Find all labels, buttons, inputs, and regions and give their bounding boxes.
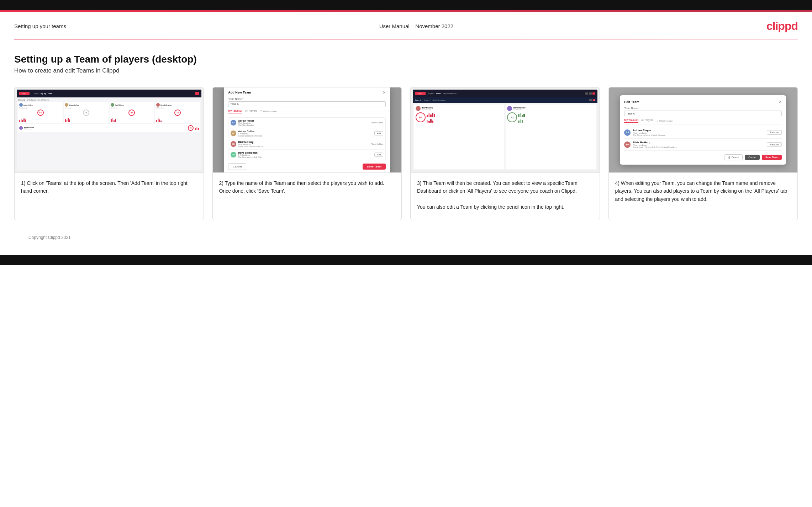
modal-title: Add New Team (228, 91, 251, 94)
card-1: clippd Home My My Teams + Showing 4 of 4… (14, 87, 204, 220)
card-4: Edit Team ✕ Team Name * Team A My Team (… (608, 87, 798, 220)
card-2: Add New Team ✕ Team Name * Team A My Tea… (212, 87, 402, 220)
player-name-1: Adrian Player (238, 119, 369, 122)
player-row-4: DB Dave Billingham 3.5 HandicapThe Ding … (228, 150, 385, 160)
bottom-black-bar (0, 255, 812, 265)
tab-all-players[interactable]: All Players (245, 110, 257, 113)
cancel-button[interactable]: Cancel (228, 163, 246, 170)
edit-team-name-label: Team Name * (624, 107, 782, 110)
player-row-2: AC Adrian Coliba 1 HandicapCentral Londo… (228, 128, 385, 139)
player-club-3: Plus HandicapRoyal North Devon Golf Club (238, 143, 369, 148)
edit-player-info-1: Adrian Player Plus HandicapThe Shire Lon… (633, 129, 765, 136)
card-3: clippd Players Teams My Performance Team… (410, 87, 600, 220)
edit-player-name-1: Adrian Player (633, 129, 765, 132)
cards-grid: clippd Home My My Teams + Showing 4 of 4… (14, 87, 798, 220)
player-info-1: Adrian Player Plus HandicapThe Shire Lon… (238, 119, 369, 126)
player-name-4: Dave Billingham (238, 151, 373, 154)
edit-player-avatar-2: BM (624, 142, 631, 148)
edit-filter-checkbox[interactable] (656, 120, 658, 122)
top-black-bar (0, 0, 812, 10)
card-4-body: 4) When editing your Team, you can chang… (609, 173, 798, 220)
screenshot-2: Add New Team ✕ Team Name * Team A My Tea… (213, 87, 402, 173)
edit-save-team-button[interactable]: Save Team (762, 155, 782, 160)
edit-modal-actions: 🗑 Delete Cancel Save Team (624, 154, 782, 160)
edit-player-name-2: Blair McHarg (633, 141, 765, 144)
header-manual-title: User Manual – November 2022 (379, 23, 453, 29)
team-name-label: Team Name * (228, 98, 386, 100)
edit-modal-title: Edit Team (624, 100, 639, 104)
card-1-body: 1) Click on 'Teams' at the top of the sc… (15, 173, 204, 220)
header: Setting up your teams User Manual – Nove… (0, 12, 812, 39)
screenshot-4: Edit Team ✕ Team Name * Team A My Team (… (609, 87, 798, 173)
card-2-body: 2) Type the name of this Team and then s… (213, 173, 402, 220)
edit-filter-by-name: Filter by name (656, 119, 673, 123)
edit-player-club-2: Plus HandicapRoyal North Devon Golf Club… (633, 144, 765, 148)
save-team-button[interactable]: Save Team (363, 164, 386, 170)
card-2-description: 2) Type the name of this Team and then s… (219, 179, 395, 195)
player-name-2: Adrian Coliba (238, 130, 373, 133)
edit-player-row-2: BM Blair McHarg Plus HandicapRoyal North… (624, 139, 782, 151)
modal-actions: Cancel Save Team (228, 163, 386, 170)
add-team-modal: Add New Team ✕ Team Name * Team A My Tea… (224, 87, 390, 173)
footer: Copyright Clippd 2021 (14, 231, 798, 244)
edit-tab-all-players[interactable]: All Players (641, 119, 653, 123)
screenshot-1: clippd Home My My Teams + Showing 4 of 4… (15, 87, 204, 173)
card-3-body: 3) This Team will then be created. You c… (411, 173, 600, 220)
player-info-2: Adrian Coliba 1 HandicapCentral London G… (238, 130, 373, 137)
edit-player-avatar-1: AP (624, 129, 631, 136)
edit-team-name-input[interactable]: Team A (624, 111, 782, 116)
clippd-logo: clippd (766, 20, 798, 32)
player-avatar-1: AP (231, 120, 236, 126)
filter-by-name: Filter by name (260, 110, 276, 113)
player-add-btn-2[interactable]: Add (374, 131, 383, 135)
edit-modal-tabs: My Team (2) All Players Filter by name (624, 119, 782, 124)
header-section-label: Setting up your teams (14, 23, 66, 29)
delete-team-button[interactable]: 🗑 Delete (724, 154, 743, 160)
edit-tab-my-team[interactable]: My Team (2) (624, 119, 638, 123)
player-avatar-3: BM (231, 141, 236, 147)
copyright-text: Copyright Clippd 2021 (28, 235, 71, 240)
ss1-topbar: clippd Home My My Teams + (17, 90, 201, 97)
edit-player-list: AP Adrian Player Plus HandicapThe Shire … (624, 127, 782, 151)
team-name-input[interactable]: Team A (228, 101, 386, 107)
filter-checkbox[interactable] (260, 110, 262, 112)
player-add-btn-4[interactable]: Add (374, 153, 383, 157)
tab-my-team[interactable]: My Team (2) (228, 110, 242, 113)
player-avatar-4: DB (231, 152, 236, 158)
player-list: AP Adrian Player Plus HandicapThe Shire … (228, 117, 386, 160)
remove-player-1-button[interactable]: Remove (767, 130, 782, 135)
card-1-description: 1) Click on 'Teams' at the top of the sc… (21, 179, 197, 195)
edit-player-info-2: Blair McHarg Plus HandicapRoyal North De… (633, 141, 765, 148)
edit-modal-close-icon[interactable]: ✕ (779, 100, 782, 104)
player-club-1: Plus HandicapThe Shire London (238, 122, 369, 126)
edit-player-row-1: AP Adrian Player Plus HandicapThe Shire … (624, 127, 782, 139)
player-status-1: Player Added (370, 122, 383, 124)
player-name-3: Blair McHarg (238, 141, 369, 143)
player-club-2: 1 HandicapCentral London Golf Centre (238, 133, 373, 137)
edit-cancel-button[interactable]: Cancel (745, 155, 760, 160)
trash-icon: 🗑 (728, 156, 731, 159)
header-logo-area: clippd (766, 20, 798, 33)
player-info-3: Blair McHarg Plus HandicapRoyal North De… (238, 141, 369, 148)
modal-tabs: My Team (2) All Players Filter by name (228, 110, 386, 115)
player-row-1: AP Adrian Player Plus HandicapThe Shire … (228, 118, 385, 128)
card-3-description: 3) This Team will then be created. You c… (417, 179, 593, 211)
page-content: Setting up a Team of players (desktop) H… (0, 39, 812, 255)
player-info-4: Dave Billingham 3.5 HandicapThe Ding May… (238, 151, 373, 158)
player-avatar-2: AC (231, 130, 236, 136)
page-title: Setting up a Team of players (desktop) (14, 54, 798, 65)
remove-player-2-button[interactable]: Remove (767, 142, 782, 147)
screenshot-3: clippd Players Teams My Performance Team… (411, 87, 600, 173)
player-club-4: 3.5 HandicapThe Ding Maying Golf Club (238, 154, 373, 158)
edit-player-club-1: Plus HandicapThe Shire London, United Ki… (633, 132, 765, 136)
edit-team-modal: Edit Team ✕ Team Name * Team A My Team (… (620, 95, 786, 165)
player-row-3: BM Blair McHarg Plus HandicapRoyal North… (228, 139, 385, 150)
player-status-3: Player Added (370, 143, 383, 145)
modal-close-icon[interactable]: ✕ (383, 90, 386, 95)
card-4-description: 4) When editing your Team, you can chang… (615, 179, 791, 203)
page-subtitle: How to create and edit Teams in Clippd (14, 67, 798, 74)
